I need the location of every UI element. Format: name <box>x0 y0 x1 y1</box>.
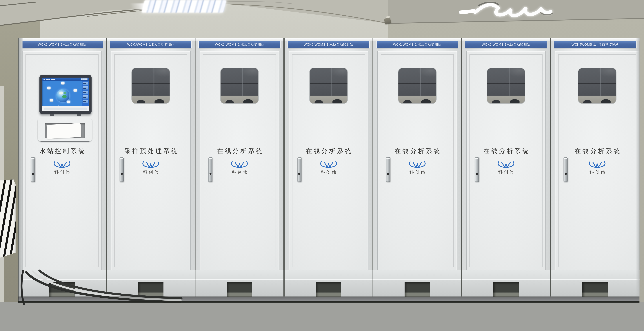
screen-sidebar-button <box>82 95 88 98</box>
cabinet-plinth <box>551 279 640 297</box>
cabinet-4: WCKJ-WQMS-1 水质自动监测站 <box>284 38 372 297</box>
window-glass <box>398 68 436 96</box>
system-label: 在线分析系统 <box>289 147 368 155</box>
window-instrument-silhouettes <box>578 96 616 103</box>
inspection-window <box>578 68 616 103</box>
cabinet-nameplate: WCKJWQMS-1水质自动监测站 <box>110 41 192 48</box>
screen-sidebar-button <box>82 82 88 85</box>
window-glass <box>310 68 347 96</box>
window-glass <box>132 68 170 96</box>
plinth-recess <box>404 282 430 297</box>
inspection-window <box>221 68 258 103</box>
window-instrument-silhouettes <box>221 96 258 103</box>
cabinet-top-edge <box>551 38 640 41</box>
cabinet-nameplate-text: WCKJ-WQMS-1水质自动监测站 <box>482 43 530 46</box>
cabinet-5: WCKJWQMS-1 水质自动监测站 <box>373 38 461 297</box>
cabinet-7: WCKJWQMS-1水质自动监测站 <box>551 38 640 297</box>
door-handle <box>564 157 568 182</box>
brand-name: 科创伟 <box>555 170 639 175</box>
system-label: 在线分析系统 <box>378 147 457 155</box>
screen-sidebar-button <box>82 91 88 94</box>
photo-border-bottom <box>18 301 640 303</box>
system-label: 在线分析系统 <box>466 147 546 155</box>
reflective-sign-glare <box>141 0 227 13</box>
cabinet-top-edge <box>284 38 372 41</box>
globe-icon <box>56 89 70 102</box>
ceiling-light-squiggle-icon <box>454 0 561 20</box>
window-glass <box>221 68 258 96</box>
keyhole-icon <box>210 173 212 175</box>
keyhole-icon <box>32 173 34 175</box>
cabinet-top-edge <box>18 38 106 41</box>
window-instrument-silhouettes <box>310 96 347 103</box>
cabinet-base <box>462 270 550 280</box>
logo-w-icon <box>588 160 607 169</box>
plinth-recess <box>227 282 252 297</box>
cabinet-plinth <box>284 279 372 297</box>
cabinet-1: WCKJ-WQMS-1水质自动监测站 <box>18 38 106 297</box>
cabinet-nameplate-text: WCKJWQMS-1水质自动监测站 <box>127 43 174 46</box>
cabinet-3: WCKJ-WQMS-1 水质自动监测站 <box>196 38 284 297</box>
keyhole-icon <box>387 173 389 175</box>
cabinet-nameplate: WCKJ-WQMS-1水质自动监测站 <box>465 41 547 48</box>
cabinet-base <box>196 270 284 280</box>
cabinet-door: 水站控制系统 科创伟 <box>22 51 102 271</box>
touchscreen-monitor <box>40 75 92 114</box>
logo-w-icon <box>408 160 427 169</box>
cabinet-6: WCKJ-WQMS-1水质自动监测站 <box>462 38 550 297</box>
printer-paper <box>46 123 81 139</box>
screen-title-bar <box>42 77 89 81</box>
inspection-window <box>132 68 170 103</box>
cabinet-nameplate-text: WCKJ-WQMS-1水质自动监测站 <box>38 43 86 46</box>
inspection-window <box>487 68 525 103</box>
satellite-node-icon <box>67 101 70 103</box>
monitor-screen <box>42 77 89 111</box>
logo-w-icon <box>52 160 72 169</box>
cabinet-nameplate: WCKJ-WQMS-1 水质自动监测站 <box>199 41 280 48</box>
keyhole-icon <box>120 173 123 175</box>
screen-title-text-glyphs <box>44 79 56 80</box>
cabinet-base <box>551 270 640 280</box>
cabinet-plinth <box>196 279 284 297</box>
system-label: 水站控制系统 <box>22 147 102 155</box>
keyhole-icon <box>564 173 567 175</box>
door-handle <box>120 157 124 182</box>
cabinet-door: 在线分析系统 科创伟 <box>466 51 546 271</box>
satellite-node-icon <box>61 82 64 84</box>
screen-status-bar <box>42 106 89 111</box>
screen-sidebar-buttons <box>82 81 89 106</box>
monitor-foot <box>50 114 54 116</box>
cabinet-door: 在线分析系统 科创伟 <box>555 51 640 271</box>
satellite-node-icon <box>50 99 53 101</box>
keyhole-icon <box>298 173 300 175</box>
plinth-recess <box>582 282 608 297</box>
cabinet-top-edge <box>107 38 195 41</box>
cabinet-door: 在线分析系统 科创伟 <box>288 51 368 271</box>
window-glass <box>578 68 616 96</box>
cabinet-nameplate: WCKJ-WQMS-1水质自动监测站 <box>21 41 103 48</box>
cabinet-nameplate-text: WCKJ-WQMS-1 水质自动监测站 <box>215 43 264 46</box>
door-handle <box>475 157 479 182</box>
system-label: 在线分析系统 <box>200 147 279 155</box>
cabinet-base <box>284 270 372 280</box>
inspection-window <box>310 68 347 103</box>
keyhole-icon <box>476 173 478 175</box>
brand-logo: 科创伟 <box>555 160 639 175</box>
window-glass <box>487 68 525 96</box>
logo-w-icon <box>230 160 249 169</box>
window-instrument-silhouettes <box>487 96 525 103</box>
cabinet-door: 采样预处理系统 科创伟 <box>111 51 191 271</box>
logo-w-icon <box>141 160 160 169</box>
inspection-window <box>398 68 436 103</box>
door-handle <box>208 157 212 182</box>
screen-main-area <box>42 81 82 106</box>
photo-border-left <box>18 38 18 302</box>
cabinet-top-edge <box>373 38 461 41</box>
cabinet-top-edge <box>196 38 284 41</box>
monitor-foot <box>77 114 81 116</box>
louver-vent <box>0 179 16 258</box>
cabinet-plinth <box>462 279 550 297</box>
plinth-recess <box>493 282 519 297</box>
cabinet-door: 在线分析系统 科创伟 <box>377 51 457 271</box>
logo-w-icon <box>319 160 338 169</box>
